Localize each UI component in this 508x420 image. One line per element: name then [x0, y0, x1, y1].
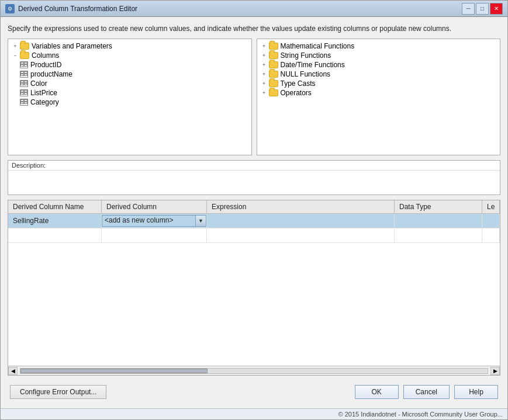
empty-cell-5: [482, 228, 500, 242]
scroll-thumb[interactable]: [20, 369, 208, 373]
tree-item-null[interactable]: + NULL Functions: [260, 70, 498, 79]
tree-label-datetime: Date/Time Functions: [281, 61, 345, 69]
tree-item-productname[interactable]: productName: [11, 70, 249, 79]
cancel-button[interactable]: Cancel: [403, 385, 450, 399]
tree-item-operators[interactable]: + Operators: [260, 88, 498, 98]
cell-expression: [207, 214, 395, 228]
tree-label-color: Color: [30, 79, 47, 88]
expand-icon-math: +: [261, 43, 268, 50]
col-header-name: Derived Column Name: [8, 200, 102, 213]
folder-icon-datetime: [269, 61, 278, 68]
grid-section: Derived Column Name Derived Column Expre…: [8, 200, 500, 376]
tree-item-productid[interactable]: ProductID: [11, 60, 249, 70]
description-text: Specify the expressions used to create n…: [8, 24, 500, 34]
expand-icon-datetime: +: [261, 61, 268, 68]
status-text: © 2015 Indiandotnet - Microsoft Communit…: [338, 411, 503, 418]
tree-label-columns: Columns: [32, 51, 59, 60]
footer-right: OK Cancel Help: [355, 385, 498, 399]
table-icon-listprice: [20, 89, 28, 96]
col-header-le: Le: [482, 200, 500, 213]
minimize-button[interactable]: ─: [462, 3, 475, 15]
tree-item-variables[interactable]: + Variables and Parameters: [11, 41, 249, 51]
tree-label-operators: Operators: [281, 89, 312, 97]
cell-datatype: [395, 214, 482, 228]
tree-item-category[interactable]: Category: [11, 98, 249, 107]
folder-icon-string: [269, 52, 278, 59]
tree-label-string: String Functions: [281, 51, 331, 60]
dropdown-arrow-button[interactable]: ▼: [196, 215, 206, 227]
maximize-button[interactable]: □: [476, 3, 489, 15]
folder-icon-typecasts: [269, 80, 278, 87]
description-section-content: [8, 171, 500, 195]
titlebar-buttons: ─ □ ✕: [462, 3, 503, 15]
titlebar: ⚙ Derived Column Transformation Editor ─…: [1, 1, 507, 17]
folder-icon-columns: [20, 52, 29, 59]
window-title: Derived Column Transformation Editor: [18, 5, 462, 13]
tree-item-columns[interactable]: − Columns: [11, 51, 249, 60]
tree-label-typecasts: Type Casts: [281, 79, 316, 88]
tree-label-variables: Variables and Parameters: [32, 42, 112, 50]
table-icon-productname: [20, 71, 28, 78]
folder-icon-null: [269, 71, 278, 78]
col-header-expression: Expression: [207, 200, 395, 213]
configure-error-button[interactable]: Configure Error Output...: [10, 385, 106, 399]
scroll-right-button[interactable]: ▶: [490, 367, 500, 375]
tree-label-null: NULL Functions: [281, 70, 331, 78]
folder-icon-variables: [20, 43, 29, 50]
description-section-label: Description:: [8, 161, 500, 171]
panels-row: + Variables and Parameters − Columns: [8, 39, 500, 155]
table-row[interactable]: SellingRate <add as new column> ▼ <add a…: [8, 214, 500, 228]
tree-item-string[interactable]: + String Functions: [260, 51, 498, 60]
main-content: Specify the expressions used to create n…: [1, 17, 507, 408]
col-header-derived: Derived Column: [102, 200, 207, 213]
expand-icon-string: +: [261, 52, 268, 59]
derived-column-select[interactable]: <add as new column>: [102, 215, 196, 227]
tree-label-listprice: ListPrice: [30, 89, 57, 97]
empty-cell-3: [207, 228, 395, 242]
folder-icon-math: [269, 43, 278, 50]
tree-label-category: Category: [30, 98, 59, 106]
help-button[interactable]: Help: [454, 385, 498, 399]
table-icon-productid: [20, 61, 28, 68]
empty-cell-4: [395, 228, 482, 242]
tree-item-color[interactable]: Color: [11, 79, 249, 88]
empty-cell-1: [8, 228, 102, 242]
cell-name: SellingRate: [8, 214, 102, 228]
table-row-empty: [8, 228, 500, 243]
expand-icon-columns: −: [12, 52, 19, 59]
window-icon: ⚙: [5, 4, 15, 13]
cell-le: [482, 214, 500, 228]
description-section: Description:: [8, 160, 500, 195]
grid-body: SellingRate <add as new column> ▼ <add a…: [8, 214, 500, 366]
tree-item-typecasts[interactable]: + Type Casts: [260, 79, 498, 88]
scroll-track[interactable]: [20, 368, 488, 374]
cell-derived[interactable]: <add as new column> ▼ <add as new column…: [102, 214, 207, 228]
table-icon-category: [20, 99, 28, 106]
right-panel[interactable]: + Mathematical Functions + String Functi…: [257, 39, 501, 155]
expand-icon-typecasts: +: [261, 80, 268, 87]
scroll-left-button[interactable]: ◀: [8, 367, 18, 375]
tree-item-datetime[interactable]: + Date/Time Functions: [260, 60, 498, 70]
empty-cell-2: [102, 228, 207, 242]
tree-label-productid: ProductID: [30, 61, 61, 69]
tree-item-math[interactable]: + Mathematical Functions: [260, 41, 498, 51]
main-window: ⚙ Derived Column Transformation Editor ─…: [0, 0, 508, 420]
left-panel[interactable]: + Variables and Parameters − Columns: [8, 39, 252, 155]
horizontal-scrollbar[interactable]: ◀ ▶: [8, 366, 500, 375]
col-header-datatype: Data Type: [395, 200, 482, 213]
tree-label-productname: productName: [30, 70, 72, 78]
footer-left: Configure Error Output...: [10, 385, 106, 399]
expand-icon-null: +: [261, 71, 268, 78]
ok-button[interactable]: OK: [355, 385, 399, 399]
tree-label-math: Mathematical Functions: [281, 42, 355, 50]
close-button[interactable]: ✕: [490, 3, 503, 15]
tree-item-listprice[interactable]: ListPrice: [11, 88, 249, 98]
grid-header: Derived Column Name Derived Column Expre…: [8, 200, 500, 214]
expand-icon-variables: +: [12, 43, 19, 50]
table-icon-color: [20, 80, 28, 87]
cell-name-value: SellingRate: [13, 217, 49, 225]
status-bar: © 2015 Indiandotnet - Microsoft Communit…: [1, 408, 507, 419]
folder-icon-operators: [269, 89, 278, 96]
footer-section: Configure Error Output... OK Cancel Help: [8, 380, 500, 401]
expand-icon-operators: +: [261, 89, 268, 96]
